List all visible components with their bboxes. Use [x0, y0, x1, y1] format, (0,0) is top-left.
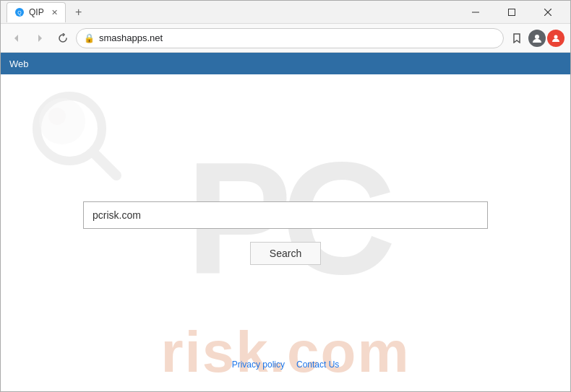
close-button[interactable] [531, 1, 564, 24]
title-bar: Q QIP ✕ + [1, 1, 570, 24]
back-button[interactable] [7, 28, 27, 48]
window-controls [459, 1, 564, 24]
tab-close-icon[interactable]: ✕ [51, 8, 58, 17]
svg-point-10 [48, 108, 66, 125]
svg-rect-3 [509, 9, 515, 15]
browser-window: Q QIP ✕ + [0, 0, 571, 392]
toolbar: Web [1, 53, 570, 74]
address-bar: 🔒 smashapps.net [1, 24, 570, 53]
watermark-risk-text: risk.com [160, 320, 410, 384]
tab-favicon: Q [14, 7, 25, 17]
watermark-risk-area: risk.com [1, 319, 570, 386]
restore-button[interactable] [495, 1, 528, 24]
svg-point-9 [39, 98, 85, 144]
tab-title: QIP [29, 7, 44, 17]
watermark-magnifier [30, 89, 124, 183]
lock-icon: 🔒 [84, 33, 95, 43]
address-bar-actions [507, 28, 564, 48]
profile-button[interactable] [528, 30, 546, 47]
url-text: smashapps.net [99, 32, 496, 43]
new-tab-button[interactable]: + [69, 2, 89, 22]
minimize-button[interactable] [459, 1, 492, 24]
contact-us-link[interactable]: Contact Us [296, 360, 339, 370]
url-bar[interactable]: 🔒 smashapps.net [76, 28, 504, 48]
profile-red-button[interactable] [547, 30, 564, 47]
svg-rect-2 [472, 12, 479, 12]
page-content: PC risk.com Search Privacy policy Contac… [1, 74, 570, 391]
search-input[interactable] [84, 202, 487, 228]
forward-button[interactable] [30, 28, 50, 48]
tab-strip: Q QIP ✕ + [7, 2, 459, 22]
footer-links: Privacy policy Contact Us [1, 360, 570, 370]
search-input-wrapper[interactable] [83, 201, 488, 229]
search-button[interactable]: Search [250, 242, 321, 265]
svg-point-6 [535, 35, 539, 39]
active-tab[interactable]: Q QIP ✕ [7, 2, 66, 22]
privacy-policy-link[interactable]: Privacy policy [232, 360, 285, 370]
svg-point-8 [37, 96, 102, 161]
svg-text:Q: Q [17, 10, 22, 16]
bookmark-icon[interactable] [507, 28, 527, 48]
reload-button[interactable] [53, 28, 73, 48]
svg-line-11 [95, 154, 116, 175]
svg-point-7 [554, 35, 558, 38]
search-form: Search [83, 201, 488, 265]
toolbar-web-label: Web [9, 58, 29, 69]
